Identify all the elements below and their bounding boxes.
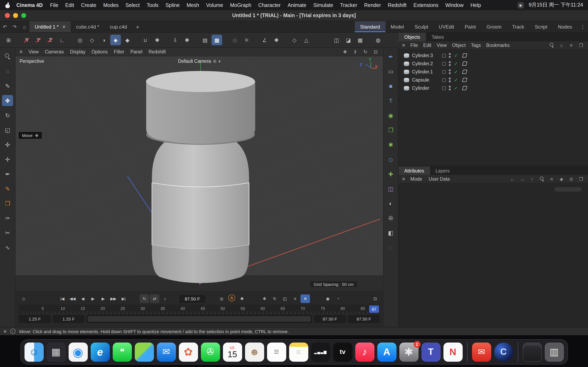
layout-groom-button[interactable]: Groom	[481, 21, 507, 32]
menubar-item[interactable]: Extensions	[414, 2, 438, 8]
dock-n-app-icon[interactable]: N	[443, 342, 462, 361]
coord-system-button[interactable]: ∟	[57, 35, 67, 45]
viewport-canvas[interactable]	[16, 56, 383, 291]
timeline-ruler[interactable]: 510152025303540455055606570758085 87	[19, 305, 380, 314]
dock-finder-icon[interactable]: ☺	[24, 342, 43, 361]
back-icon[interactable]: ←	[509, 176, 516, 182]
measure-settings-button[interactable]: ✱	[271, 35, 282, 45]
dock-maps-icon[interactable]	[135, 342, 154, 361]
text-primitive-button[interactable]: T	[385, 95, 396, 106]
preview-start-field[interactable]: 1.25 F	[53, 315, 85, 323]
range-start-field[interactable]: 1.25 F	[19, 315, 51, 323]
menubar-item[interactable]: Window	[445, 2, 464, 8]
menubar-item[interactable]: Redshift	[388, 2, 407, 8]
lock-icon[interactable]: ◈	[558, 176, 565, 182]
dock-mail-icon[interactable]: ✉	[156, 342, 176, 361]
redo-icon[interactable]: ↷	[10, 21, 20, 32]
measure-button[interactable]: ∠	[259, 35, 270, 45]
phong-tag-icon[interactable]	[462, 53, 467, 58]
layout-track-button[interactable]: Track	[507, 21, 529, 32]
viewport-menu-item[interactable]: View	[29, 49, 39, 54]
animation-mode-button[interactable]: ◆	[122, 35, 133, 45]
gravity-button[interactable]: ⇩	[170, 35, 181, 45]
lock-x-axis-button[interactable]: X	[21, 35, 32, 45]
lock-z-axis-button[interactable]: Z	[45, 35, 56, 45]
viewport-menu-item[interactable]: Cameras	[45, 49, 64, 54]
record-button[interactable]: ◎	[217, 294, 226, 303]
make-editable-button[interactable]: ◎	[75, 35, 85, 45]
visibility-toggle[interactable]	[442, 78, 446, 82]
lock-y-axis-button[interactable]: Y	[33, 35, 44, 45]
next-key-button[interactable]: ▶▶	[109, 294, 118, 303]
keyframe-nav-icon[interactable]: ◇	[19, 294, 28, 303]
live-selection-button[interactable]: ◌	[2, 66, 13, 77]
up-icon[interactable]: ↑	[529, 176, 535, 182]
menubar-item[interactable]: Help	[470, 2, 481, 8]
editor-render-dots[interactable]	[449, 61, 451, 66]
dock-calendar-icon[interactable]: 9月 15	[223, 342, 242, 361]
grid-snap-button[interactable]: ▦	[212, 35, 222, 45]
snap-button[interactable]: ∪	[140, 35, 151, 45]
dock-edge-icon[interactable]: e	[90, 342, 110, 361]
menubar-item[interactable]: Select	[126, 2, 140, 8]
cloner-button[interactable]: ❒	[385, 124, 396, 135]
enabled-check-icon[interactable]: ✓	[454, 69, 458, 75]
zoom-tool-button[interactable]	[2, 51, 13, 62]
object-manager-menu-item[interactable]: View	[437, 43, 447, 48]
preview-end-field[interactable]: 87.50 F	[314, 315, 346, 323]
menubar-item[interactable]: File	[50, 2, 58, 8]
tab-layers[interactable]: Layers	[430, 166, 455, 175]
visibility-toggle[interactable]	[442, 86, 446, 90]
object-row[interactable]: Cylinder.3 ✓	[398, 51, 588, 59]
key-position-toggle[interactable]: ✥	[260, 294, 269, 303]
layout-uvedit-button[interactable]: UVEdit	[433, 21, 459, 32]
render-view-button[interactable]: ◫	[331, 35, 342, 45]
range-end-field[interactable]: 87.50 F	[348, 315, 380, 323]
material-manager-button[interactable]: ◍	[373, 35, 383, 45]
prev-frame-button[interactable]: ◀	[78, 294, 87, 303]
cube-primitive-button[interactable]: ■	[385, 80, 396, 91]
object-name[interactable]: Cylinder	[412, 86, 442, 91]
sky-button[interactable]: ◐	[385, 198, 396, 209]
menubar-item[interactable]: Simulate	[313, 2, 333, 8]
render-settings-button[interactable]: ▦	[355, 35, 365, 45]
dock-contacts-icon[interactable]: ☻	[245, 342, 264, 361]
viewport-menu-item[interactable]: Filter	[114, 49, 124, 54]
layout-standard-button[interactable]: Standard	[355, 21, 385, 32]
input-source-icon[interactable]: ◉	[517, 2, 524, 8]
tab-objects[interactable]: Objects	[398, 33, 426, 41]
play-button[interactable]: ▶	[88, 294, 98, 303]
filter-icon[interactable]: ≡	[568, 42, 575, 49]
menubar-item[interactable]: Animate	[288, 2, 306, 8]
texture-mode-button[interactable]: ◑	[98, 35, 109, 45]
tab-attributes[interactable]: Attributes	[398, 166, 430, 175]
viewport-menu-item[interactable]: Panel	[130, 49, 143, 54]
layout-sculpt-button[interactable]: Sculpt	[409, 21, 434, 32]
object-manager-menu-item[interactable]: File	[410, 43, 418, 48]
tab-cup-c4d[interactable]: cup.c4d	[104, 21, 132, 32]
close-window-button[interactable]	[5, 13, 10, 18]
visibility-toggle[interactable]	[442, 62, 446, 66]
goto-start-button[interactable]: |◀	[58, 294, 67, 303]
home-icon[interactable]: ⌂	[558, 42, 565, 49]
enabled-check-icon[interactable]: ✓	[454, 61, 458, 66]
asset-browser-button[interactable]: ❒	[2, 198, 13, 209]
subdivision-surface-button[interactable]: ◉	[385, 110, 396, 121]
layout-panel-button[interactable]: ⊞	[3, 35, 14, 45]
viewport[interactable]: Perspective Default Camera ✇ ▾	[16, 56, 383, 291]
close-tab-icon[interactable]: ×	[62, 24, 65, 30]
tool-options-button[interactable]: ✎	[2, 80, 13, 91]
layout-overflow-menu[interactable]: ⋮	[577, 21, 588, 32]
status-hamburger-icon[interactable]: ≡	[4, 328, 7, 334]
object-row[interactable]: Cylinder.2 ✓	[398, 59, 588, 68]
axis-lock-button[interactable]: ◇	[289, 35, 300, 45]
key-pla-toggle[interactable]: ✕	[301, 294, 310, 303]
spline-smooth-button[interactable]: ∿	[2, 242, 13, 253]
camera-create-button[interactable]: ✇	[385, 212, 396, 224]
dolly-view-icon[interactable]: ⇕	[352, 49, 359, 54]
forward-icon[interactable]: →	[519, 176, 526, 182]
search-icon[interactable]	[548, 42, 555, 49]
transform-tool-button[interactable]: ✣	[2, 139, 13, 150]
object-row[interactable]: Cylinder.1 ✓	[398, 68, 588, 76]
keyframe-presets-icon[interactable]: ◉	[323, 294, 332, 303]
